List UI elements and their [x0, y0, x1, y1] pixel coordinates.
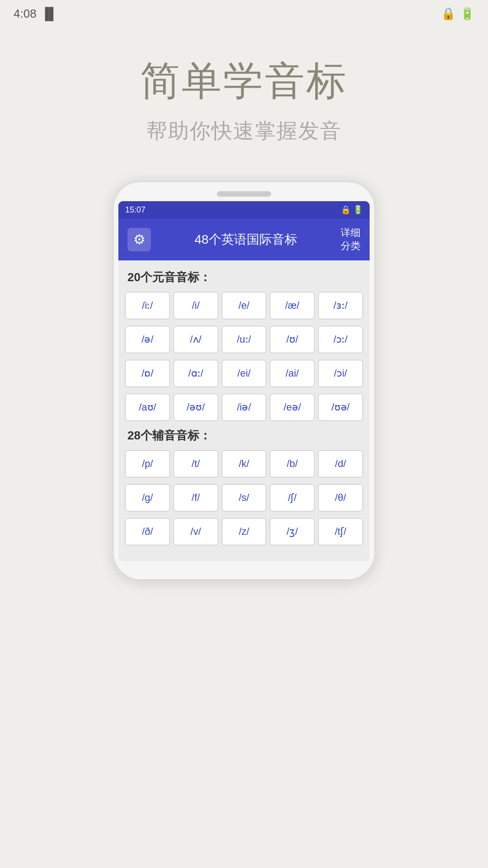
consonant-row-1: /p/ /t/ /k/ /b/ /d/ — [125, 450, 363, 477]
vowel-section-label: 20个元音音标： — [127, 269, 363, 285]
phoneme-or[interactable]: /ɔː/ — [318, 326, 363, 353]
phoneme-dh[interactable]: /ð/ — [125, 518, 170, 545]
app-battery-icon: 🔋 — [353, 205, 363, 215]
app-container: 15:07 🔒 🔋 ⚙ 48个英语国际音标 详细分类 20个元音音标： /iː/… — [118, 201, 370, 561]
phoneme-ae[interactable]: /æ/ — [270, 292, 314, 319]
phoneme-i[interactable]: /i/ — [174, 292, 218, 319]
phoneme-ea[interactable]: /eə/ — [270, 394, 314, 421]
phoneme-f[interactable]: /f/ — [174, 484, 218, 511]
battery-icon: 🔋 — [460, 7, 474, 21]
vowel-row-4: /aʊ/ /əʊ/ /iə/ /eə/ /ʊə/ — [125, 394, 363, 421]
phoneme-p[interactable]: /p/ — [125, 450, 170, 477]
settings-icon[interactable]: ⚙ — [127, 228, 151, 251]
status-right: 🔒 🔋 — [441, 7, 474, 21]
consonant-row-2: /g/ /f/ /s/ /ʃ/ /θ/ — [125, 484, 363, 511]
lock-icon: 🔒 — [441, 7, 455, 21]
phoneme-v[interactable]: /v/ — [174, 518, 218, 545]
status-time: 4:08 — [14, 7, 37, 21]
phoneme-ou[interactable]: /əʊ/ — [174, 394, 218, 421]
phoneme-b[interactable]: /b/ — [270, 450, 314, 477]
phoneme-d[interactable]: /d/ — [318, 450, 363, 477]
app-status-time: 15:07 — [125, 205, 145, 215]
app-lock-icon: 🔒 — [341, 205, 351, 215]
phoneme-wedge[interactable]: /ʌ/ — [174, 326, 218, 353]
phoneme-3r[interactable]: /ɜː/ — [318, 292, 363, 319]
phoneme-g[interactable]: /g/ — [125, 484, 170, 511]
outer-status-bar: 4:08 ▐▌ 🔒 🔋 — [0, 0, 488, 27]
phoneme-ua[interactable]: /ʊə/ — [318, 394, 363, 421]
phoneme-tsh[interactable]: /tʃ/ — [318, 518, 363, 545]
phoneme-e[interactable]: /e/ — [222, 292, 267, 319]
app-status-icons: 🔒 🔋 — [341, 205, 363, 215]
vowel-row-3: /ɒ/ /ɑː/ /ei/ /ai/ /ɔi/ — [125, 360, 363, 387]
signal-icon: ▐▌ — [41, 7, 58, 21]
phone-notch — [217, 191, 271, 197]
phoneme-s[interactable]: /s/ — [222, 484, 267, 511]
phoneme-ai[interactable]: /ai/ — [270, 360, 314, 387]
app-statusbar: 15:07 🔒 🔋 — [118, 201, 370, 218]
phoneme-oi[interactable]: /ɔi/ — [318, 360, 363, 387]
phoneme-au[interactable]: /aʊ/ — [125, 394, 170, 421]
status-left: 4:08 ▐▌ — [14, 7, 57, 21]
vowel-row-1: /iː/ /i/ /e/ /æ/ /ɜː/ — [125, 292, 363, 319]
phoneme-o[interactable]: /ɒ/ — [125, 360, 170, 387]
phoneme-ar[interactable]: /ɑː/ — [174, 360, 218, 387]
phoneme-z[interactable]: /z/ — [222, 518, 267, 545]
phoneme-ei[interactable]: /ei/ — [222, 360, 267, 387]
phoneme-ia[interactable]: /iə/ — [222, 394, 267, 421]
app-header-title: 48个英语国际音标 — [151, 231, 341, 248]
phoneme-uu[interactable]: /uː/ — [222, 326, 267, 353]
phoneme-ii[interactable]: /iː/ — [125, 292, 170, 319]
detail-classify-button[interactable]: 详细分类 — [341, 226, 361, 252]
app-content: 20个元音音标： /iː/ /i/ /e/ /æ/ /ɜː/ /ə/ /ʌ/ /… — [118, 260, 370, 561]
phone-mockup: 15:07 🔒 🔋 ⚙ 48个英语国际音标 详细分类 20个元音音标： /iː/… — [113, 181, 375, 580]
phoneme-zh[interactable]: /ʒ/ — [270, 518, 314, 545]
main-title: 简单学音标 — [140, 54, 348, 108]
title-section: 简单学音标 帮助你快速掌握发音 — [140, 54, 348, 145]
sub-title: 帮助你快速掌握发音 — [140, 117, 348, 145]
phoneme-k[interactable]: /k/ — [222, 450, 267, 477]
app-header: ⚙ 48个英语国际音标 详细分类 — [118, 218, 370, 260]
consonant-row-3: /ð/ /v/ /z/ /ʒ/ /tʃ/ — [125, 518, 363, 545]
consonant-section-label: 28个辅音音标： — [127, 428, 363, 443]
phoneme-theta[interactable]: /θ/ — [318, 484, 363, 511]
phoneme-t[interactable]: /t/ — [174, 450, 218, 477]
vowel-row-2: /ə/ /ʌ/ /uː/ /ʊ/ /ɔː/ — [125, 326, 363, 353]
phoneme-upsilon[interactable]: /ʊ/ — [270, 326, 314, 353]
phoneme-sh[interactable]: /ʃ/ — [270, 484, 314, 511]
phoneme-schwa[interactable]: /ə/ — [125, 326, 170, 353]
